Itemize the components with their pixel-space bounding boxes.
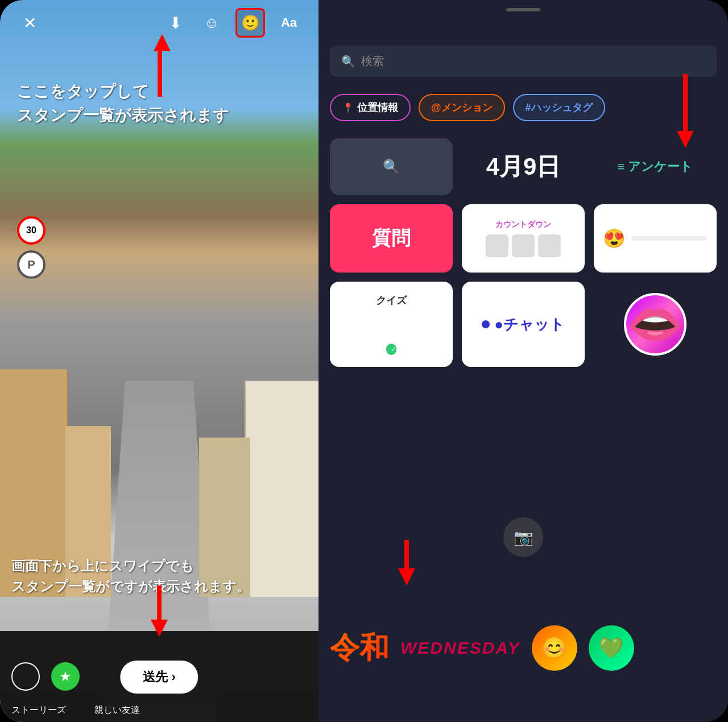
reiwa-sticker[interactable]: 令和 xyxy=(330,628,389,668)
quiz-label: クイズ xyxy=(376,294,407,307)
arrow-down xyxy=(151,585,168,637)
countdown-block-1 xyxy=(486,234,508,257)
chat-dot xyxy=(482,320,490,328)
arrow-line-down xyxy=(157,585,162,620)
poll-sticker[interactable]: ≡ アンケート xyxy=(594,138,717,195)
question-sticker[interactable]: 質問 xyxy=(330,204,453,273)
search-sticker[interactable]: 🔍 xyxy=(330,138,453,195)
search-icon: 🔍 xyxy=(341,55,355,68)
emoji-slider-face: 😍 xyxy=(603,228,626,249)
camera-icon: 📷 xyxy=(514,528,533,547)
chat-sticker[interactable]: ●チャット xyxy=(462,282,585,367)
emoji-slider-sticker[interactable]: 😍 xyxy=(594,204,717,273)
wednesday-sticker[interactable]: WEDNESDAY xyxy=(400,638,520,658)
mention-chip[interactable]: @メンション xyxy=(419,94,505,121)
search-bar-container: 🔍 検索 xyxy=(318,11,728,88)
circle-sticker-1[interactable]: 😊 xyxy=(532,625,577,671)
date-sticker-text: 4月9日 xyxy=(486,151,561,183)
download-button[interactable]: ⬇ xyxy=(163,10,188,35)
hashtag-chip[interactable]: #ハッシュタグ xyxy=(513,94,605,121)
search-sticker-icon: 🔍 xyxy=(383,159,400,175)
arrow-head-up xyxy=(154,34,171,51)
search-placeholder: 検索 xyxy=(361,53,384,69)
mouth-emoji: 👄 xyxy=(624,293,686,356)
circle-sticker-2[interactable]: 💚 xyxy=(589,625,634,671)
location-chip[interactable]: 📍 位置情報 xyxy=(330,94,411,121)
toolbar-right-icons: ⬇ ☺ 🙂 Aa xyxy=(163,8,301,38)
right-panel: 🔍 検索 📍 位置情報 @メンション #ハッシュタグ 🔍 4月9日 xyxy=(318,0,728,722)
arrow-bottom-head xyxy=(398,568,415,585)
countdown-block-2 xyxy=(512,234,535,257)
camera-button[interactable]: 📷 xyxy=(503,517,543,557)
arrow-bottom-line xyxy=(404,540,409,568)
sticker-grid: 🔍 4月9日 ≡ アンケート 質問 カウントダウン xyxy=(318,127,728,378)
countdown-blocks xyxy=(486,234,561,257)
stories-label: ストーリーズ xyxy=(11,704,66,716)
emoji-slider-track xyxy=(631,236,708,241)
arrow-line xyxy=(158,51,162,97)
arrow-panel-down xyxy=(677,74,694,148)
poll-sticker-text: ≡ アンケート xyxy=(618,158,693,175)
speed-limit-sign: 30 xyxy=(17,216,46,245)
countdown-block-3 xyxy=(538,234,561,257)
send-button[interactable]: 送先 › xyxy=(120,661,198,694)
chat-sticker-text: ●チャット xyxy=(482,315,565,335)
quiz-sticker[interactable]: クイズ ✓ xyxy=(330,282,453,367)
emoji-button[interactable]: ☺ xyxy=(199,10,224,35)
bottom-stickers-row: 令和 WEDNESDAY 😊 💚 xyxy=(318,574,728,722)
bottom-labels: ストーリーズ 親しい友達 xyxy=(0,704,318,716)
question-sticker-text: 質問 xyxy=(372,225,411,251)
arrow-bottom-right xyxy=(398,540,415,585)
left-bottom-bar: ★ 送先 › ストーリーズ 親しい友達 xyxy=(0,631,318,722)
quiz-option-correct: ✓ xyxy=(386,344,396,355)
no-entry-sign: P xyxy=(17,250,46,279)
mouth-sticker[interactable]: 👄 xyxy=(594,282,717,367)
instruction-bottom-text: 画面下から上にスワイプでも スタンプ一覧がですが表示されます。 xyxy=(11,556,250,597)
countdown-label: カウントダウン xyxy=(495,220,551,230)
arrow-panel-head xyxy=(677,131,694,148)
arrow-panel-line xyxy=(683,74,688,131)
friends-label: 親しい友達 xyxy=(94,704,140,716)
close-friends-button[interactable]: ★ xyxy=(51,662,80,691)
sticker-chips-row: 📍 位置情報 @メンション #ハッシュタグ xyxy=(318,88,728,127)
arrow-head-down xyxy=(151,620,168,637)
sticker-button[interactable]: 🙂 xyxy=(235,8,265,38)
date-sticker[interactable]: 4月9日 xyxy=(462,138,585,195)
left-panel: 30 P ✕ ⬇ ☺ 🙂 Aa ここをタップして スタンプ一覧が表示されます xyxy=(0,0,318,722)
text-button[interactable]: Aa xyxy=(276,10,301,35)
building-right xyxy=(245,381,318,597)
camera-circle[interactable] xyxy=(11,662,40,691)
countdown-sticker[interactable]: カウントダウン xyxy=(462,204,585,273)
arrow-to-sticker-icon xyxy=(114,34,171,97)
search-bar[interactable]: 🔍 検索 xyxy=(330,46,717,77)
close-button[interactable]: ✕ xyxy=(17,10,42,35)
